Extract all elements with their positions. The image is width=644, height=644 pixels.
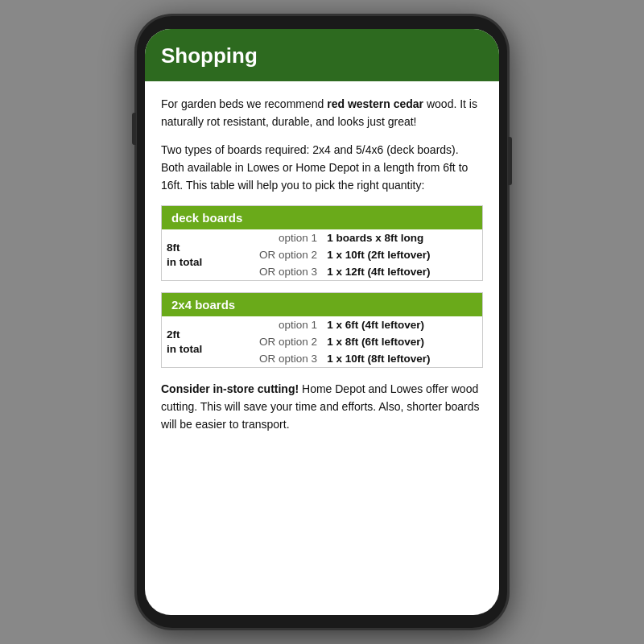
deck-option-2-label: OR option 2 — [226, 246, 322, 263]
2x4-option-2-value: 1 x 8ft (6ft leftover) — [322, 333, 482, 350]
deck-boards-header: deck boards — [162, 206, 482, 229]
page-header: Shopping — [145, 29, 499, 81]
deck-option-3-label: OR option 3 — [226, 263, 322, 280]
page-content: For garden beds we recommend red western… — [145, 81, 499, 615]
page-title: Shopping — [161, 43, 258, 68]
phone-screen: Shopping For garden beds we recommend re… — [145, 29, 499, 615]
2x4-boards-table: 2ftin total option 1 1 x 6ft (4ft leftov… — [162, 316, 482, 367]
phone-frame: Shopping For garden beds we recommend re… — [137, 16, 507, 628]
table-row: 8ftin total option 1 1 boards x 8ft long — [162, 229, 482, 246]
deck-option-3-value: 1 x 12ft (4ft leftover) — [322, 263, 482, 280]
2x4-boards-section: 2x4 boards 2ftin total option 1 1 x 6ft … — [161, 292, 483, 368]
2x4-option-3-value: 1 x 10ft (8ft leftover) — [322, 350, 482, 367]
deck-boards-table: 8ftin total option 1 1 boards x 8ft long… — [162, 229, 482, 280]
bold-cedar: red western cedar — [327, 97, 423, 110]
deck-option-1-value: 1 boards x 8ft long — [322, 229, 482, 246]
deck-total-cell: 8ftin total — [162, 229, 226, 280]
2x4-boards-header: 2x4 boards — [162, 293, 482, 316]
intro-paragraph-2: Two types of boards required: 2x4 and 5/… — [161, 142, 483, 194]
intro-paragraph-1: For garden beds we recommend red western… — [161, 96, 483, 130]
deck-option-1-label: option 1 — [226, 229, 322, 246]
2x4-option-3-label: OR option 3 — [226, 350, 322, 367]
footer-text: Consider in-store cutting! Home Depot an… — [161, 381, 483, 433]
2x4-option-1-value: 1 x 6ft (4ft leftover) — [322, 316, 482, 333]
deck-boards-section: deck boards 8ftin total option 1 1 board… — [161, 205, 483, 281]
2x4-option-1-label: option 1 — [226, 316, 322, 333]
2x4-total-cell: 2ftin total — [162, 316, 226, 367]
deck-option-2-value: 1 x 10ft (2ft leftover) — [322, 246, 482, 263]
footer-bold: Consider in-store cutting! — [161, 382, 299, 395]
2x4-option-2-label: OR option 2 — [226, 333, 322, 350]
table-row: 2ftin total option 1 1 x 6ft (4ft leftov… — [162, 316, 482, 333]
